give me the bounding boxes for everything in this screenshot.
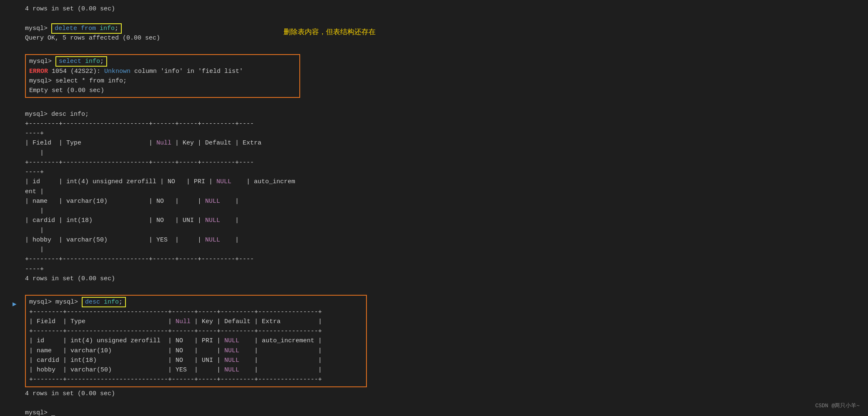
desc-row-id-2: ent | [25, 187, 860, 197]
terminal: ▶ 4 rows in set (0.00 sec) mysql> delete… [0, 0, 868, 416]
tbl-sep-bot: +--------+---------------------------+--… [29, 375, 363, 384]
desc-row-id-1: | id | int(4) unsigned zerofill | NO | P… [25, 177, 860, 187]
desc-header-cont: | [25, 148, 860, 158]
empty-set-line: Empty set (0.00 sec) [29, 86, 296, 95]
tbl-row-name: | name | varchar(10) | NO | | NULL | | [29, 346, 363, 356]
output-delete-result: Query OK, 5 rows affected (0.00 sec) [25, 33, 860, 43]
tbl-row-id: | id | int(4) unsigned zerofill | NO | P… [29, 336, 363, 346]
error-line: ERROR 1054 (42S22): Unknown column 'info… [29, 67, 296, 76]
final-prompt-line: mysql> █ [25, 408, 860, 416]
desc-table-block: mysql> mysql> desc info; +--------+-----… [25, 295, 367, 387]
desc-row-hobby-1: | hobby | varchar(50) | YES | | NULL | [25, 235, 860, 245]
tbl-sep-top: +--------+---------------------------+--… [29, 307, 363, 317]
desc-row-cardid-2: | [25, 226, 860, 235]
blank-line-1 [25, 14, 860, 23]
output-line-1: 4 rows in set (0.00 sec) [25, 4, 860, 14]
tbl-header: | Field | Type | Null | Key | Default | … [29, 317, 363, 326]
blank-line-4 [25, 284, 860, 293]
delete-cmd-box: delete from info; [51, 23, 122, 34]
watermark: CSDN @两只小羊~ [815, 402, 860, 409]
blank-line-5 [25, 399, 860, 408]
cmd-delete-line: mysql> delete from info; [25, 24, 860, 33]
tbl-row-cardid: | cardid | int(18) | NO | UNI | NULL | | [29, 356, 363, 365]
desc-row-name-2: | [25, 206, 860, 216]
desc-separator-bot2: ----+ [25, 264, 860, 274]
select-cmd-box: select info; [55, 56, 107, 67]
desc-row-cardid-1: | cardid | int(18) | NO | UNI | NULL | [25, 216, 860, 225]
comment-annotation: 删除表内容，但表结构还存在 [283, 27, 376, 37]
select-star-line: mysql> select * from info; [29, 76, 296, 86]
desc-separator-mid2: ----+ [25, 167, 860, 177]
desc-cmd-line-1: mysql> desc info; [25, 110, 860, 119]
desc-cmd-line-2: mysql> mysql> desc info; [29, 297, 363, 307]
select-cmd-line: mysql> select info; [29, 57, 296, 66]
desc-cmd-box: desc info; [82, 297, 126, 307]
blank-line-3 [25, 100, 860, 109]
desc-header: | Field | Type | Null | Key | Default | … [25, 138, 860, 148]
tbl-sep-mid: +--------+---------------------------+--… [29, 326, 363, 336]
scroll-arrow: ▶ [13, 300, 17, 308]
desc-separator-mid: +--------+-----------------------+------… [25, 158, 860, 167]
desc-separator-top: +--------+-----------------------+------… [25, 119, 860, 129]
final-rows-result: 4 rows in set (0.00 sec) [25, 389, 860, 399]
desc-row-name-1: | name | varchar(10) | NO | | NULL | [25, 197, 860, 206]
blank-line-2 [25, 43, 860, 52]
desc-separator-bot: +--------+-----------------------+------… [25, 254, 860, 264]
tbl-row-hobby: | hobby | varchar(50) | YES | | NULL | | [29, 365, 363, 375]
desc-rows-result: 4 rows in set (0.00 sec) [25, 274, 860, 284]
desc-separator-top2: ----+ [25, 129, 860, 138]
desc-output-section: mysql> desc info; +--------+------------… [25, 110, 860, 284]
desc-row-hobby-2: | [25, 245, 860, 254]
select-error-block: mysql> select info; ERROR 1054 (42S22): … [25, 54, 300, 98]
